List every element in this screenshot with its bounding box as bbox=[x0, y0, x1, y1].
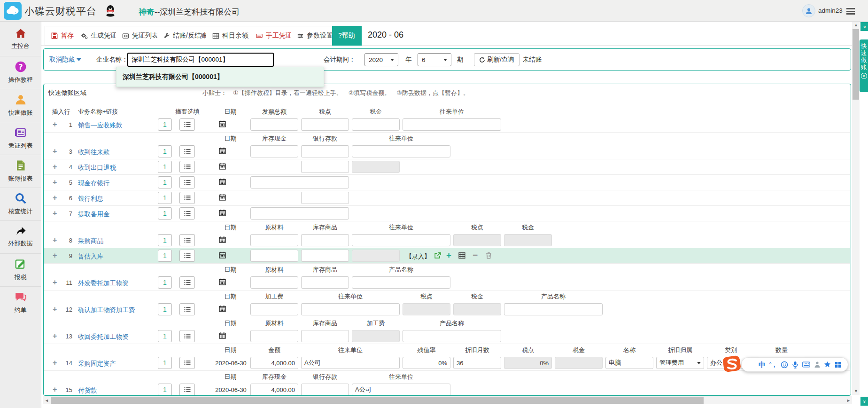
product-name-input[interactable] bbox=[504, 303, 603, 315]
cancel-hide-link[interactable]: 取消隐藏 bbox=[49, 49, 81, 70]
tax-rate-input[interactable] bbox=[301, 118, 349, 131]
insert-row-icon[interactable]: + bbox=[53, 194, 57, 202]
bank-input[interactable] bbox=[301, 161, 349, 173]
tax-amount-input[interactable] bbox=[352, 118, 400, 131]
raw-material-input[interactable] bbox=[250, 250, 298, 262]
business-link[interactable]: 采购固定资产 bbox=[78, 360, 116, 368]
add-line-icon[interactable]: + bbox=[446, 251, 451, 260]
remove-line-icon[interactable]: − bbox=[473, 251, 478, 260]
insert-row-icon[interactable]: + bbox=[53, 236, 57, 244]
calendar-icon[interactable] bbox=[219, 305, 226, 312]
stock-goods-input[interactable] bbox=[301, 276, 349, 289]
business-link[interactable]: 销售—应收账款 bbox=[78, 121, 123, 130]
calendar-icon[interactable] bbox=[219, 332, 226, 339]
scroll-right-icon[interactable]: ► bbox=[846, 398, 851, 403]
company-name-input[interactable] bbox=[127, 53, 274, 67]
depreciation-months-input[interactable] bbox=[453, 357, 501, 369]
ime-toolbox-icon[interactable] bbox=[835, 361, 841, 368]
business-link[interactable]: 收到往来款 bbox=[78, 148, 110, 157]
calendar-icon[interactable] bbox=[219, 251, 226, 259]
raw-material-input[interactable] bbox=[250, 234, 298, 246]
stock-goods-input[interactable] bbox=[301, 234, 349, 246]
partner-input[interactable] bbox=[352, 384, 450, 396]
partner-input[interactable] bbox=[301, 357, 400, 369]
vertical-scroll-thumb[interactable] bbox=[852, 29, 859, 100]
ime-voice-icon[interactable] bbox=[792, 361, 798, 369]
sidebar-item-order[interactable]: 约单 bbox=[0, 287, 41, 320]
horizontal-scrollbar[interactable]: ◄ ► bbox=[43, 396, 852, 404]
summary-list-button[interactable] bbox=[179, 234, 195, 246]
business-link[interactable]: 外发委托加工物资 bbox=[78, 279, 129, 288]
partner-input[interactable] bbox=[352, 234, 450, 246]
business-link[interactable]: 采购商品 bbox=[78, 237, 103, 245]
stock-goods-input[interactable] bbox=[301, 330, 349, 342]
summary-list-button[interactable] bbox=[179, 250, 195, 262]
summary-list-button[interactable] bbox=[179, 176, 195, 188]
calendar-icon[interactable] bbox=[219, 194, 226, 201]
insert-row-icon[interactable]: + bbox=[53, 386, 57, 393]
summary-list-button[interactable] bbox=[179, 276, 195, 289]
business-link[interactable]: 付货款 bbox=[78, 386, 97, 395]
menu-icon[interactable] bbox=[846, 7, 855, 16]
quantity-box[interactable] bbox=[158, 357, 172, 369]
quantity-box[interactable] bbox=[158, 176, 172, 188]
vertical-scrollbar[interactable]: ▲ ▼ bbox=[852, 22, 860, 395]
close-icon[interactable]: ✕ bbox=[861, 73, 867, 79]
insert-row-icon[interactable]: + bbox=[53, 332, 57, 340]
sidebar-item-audit[interactable]: 核查统计 bbox=[0, 188, 41, 221]
help-button[interactable]: ?帮助 bbox=[332, 26, 362, 46]
ime-handwriting-icon[interactable] bbox=[814, 361, 821, 368]
sidebar-item-reports[interactable]: 账簿报表 bbox=[0, 155, 41, 188]
sidebar-item-external-data[interactable]: 外部数据 bbox=[0, 221, 41, 254]
insert-row-icon[interactable]: + bbox=[53, 148, 57, 155]
calendar-icon[interactable] bbox=[219, 236, 226, 243]
ime-keyboard-icon[interactable] bbox=[802, 361, 810, 368]
company-suggestion-item[interactable]: 深圳兰芝科技有限公司【000001】 bbox=[116, 67, 324, 87]
collapse-top-button[interactable]: » bbox=[860, 22, 868, 31]
calendar-icon[interactable] bbox=[219, 163, 226, 170]
insert-row-icon[interactable]: + bbox=[53, 252, 57, 259]
quantity-box[interactable] bbox=[158, 207, 172, 220]
year-select[interactable]: 2020 bbox=[364, 53, 398, 66]
partner-input[interactable] bbox=[301, 303, 400, 315]
calendar-icon[interactable] bbox=[219, 120, 226, 127]
entry-label[interactable]: 【录入】 bbox=[406, 252, 430, 261]
business-link[interactable]: 收回委托加工物资 bbox=[78, 333, 129, 341]
summary-list-button[interactable] bbox=[179, 192, 195, 204]
sidebar-item-dashboard[interactable]: 主控台 bbox=[0, 24, 41, 56]
bank-input[interactable] bbox=[301, 384, 349, 396]
quantity-box[interactable] bbox=[158, 234, 172, 246]
quantity-box[interactable] bbox=[158, 330, 172, 342]
business-link[interactable]: 银行利息 bbox=[78, 195, 103, 203]
bank-input[interactable] bbox=[301, 145, 349, 157]
insert-row-icon[interactable]: + bbox=[53, 210, 57, 217]
scroll-up-icon[interactable]: ▲ bbox=[854, 23, 858, 27]
subject-balance-button[interactable]: 科目余额 bbox=[206, 26, 255, 46]
sogou-logo-icon[interactable] bbox=[721, 353, 742, 374]
summary-list-button[interactable] bbox=[179, 118, 195, 131]
partner-input[interactable] bbox=[352, 145, 450, 157]
product-name-input[interactable] bbox=[403, 330, 501, 342]
sidebar-item-tax[interactable]: 报税 bbox=[0, 254, 41, 287]
raw-material-input[interactable] bbox=[250, 330, 298, 342]
calendar-icon[interactable] bbox=[219, 178, 226, 185]
date-value[interactable]: 2020-06-30 bbox=[212, 360, 249, 367]
invoice-total-input[interactable] bbox=[250, 118, 298, 131]
trash-icon[interactable] bbox=[486, 252, 492, 259]
export-icon[interactable] bbox=[434, 252, 441, 259]
partner-input[interactable] bbox=[403, 118, 501, 131]
quantity-box[interactable] bbox=[158, 303, 172, 315]
insert-row-icon[interactable]: + bbox=[53, 306, 57, 313]
summary-list-button[interactable] bbox=[179, 303, 195, 315]
date-value[interactable]: 2020-06-30 bbox=[212, 386, 249, 393]
month-select[interactable]: 6 bbox=[418, 53, 451, 66]
product-name-input[interactable] bbox=[352, 276, 450, 289]
summary-list-button[interactable] bbox=[179, 161, 195, 173]
ime-emoji-icon[interactable] bbox=[781, 361, 788, 369]
user-avatar[interactable] bbox=[802, 4, 815, 17]
summary-list-button[interactable] bbox=[179, 145, 195, 157]
amount-input[interactable] bbox=[250, 357, 298, 369]
quantity-box[interactable] bbox=[158, 145, 172, 157]
summary-list-button[interactable] bbox=[179, 330, 195, 342]
bank-input[interactable] bbox=[301, 192, 349, 204]
